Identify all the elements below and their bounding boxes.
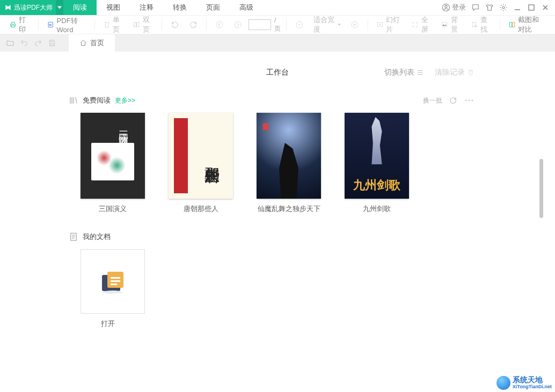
open-document-card[interactable] [81,249,145,314]
skin-icon[interactable] [485,3,494,12]
more-dots-icon[interactable] [464,96,474,105]
prev-page-button[interactable] [212,19,227,31]
separator [38,19,39,30]
redo-button[interactable] [33,39,43,47]
title-bar: 迅读PDF大师 阅读 视图 注释 转换 页面 高级 登录 [0,0,555,15]
refresh-batch-button[interactable]: 换一批 [423,96,442,105]
find-button[interactable]: 查找 [468,13,494,36]
menu-view[interactable]: 视图 [97,0,130,15]
double-page-button[interactable]: 双页 [130,13,156,36]
svg-point-19 [469,100,470,101]
minimize-button[interactable] [513,3,522,12]
menu-read[interactable]: 阅读 [63,0,97,15]
open-folder-button[interactable] [5,39,15,47]
menu-annotate[interactable]: 注释 [130,0,163,15]
my-docs-header: 我的文档 [69,232,534,242]
rotate-cw-button[interactable] [186,19,201,31]
chevron-down-icon [338,23,341,27]
fullscreen-button[interactable]: 全屏 [408,13,435,36]
menu-page[interactable]: 页面 [196,0,230,15]
svg-rect-25 [111,280,120,282]
tab-strip: 首页 [0,34,555,52]
svg-rect-26 [111,284,117,285]
content-area: 工作台 切换列表 清除记录 免费阅读 更多>> 换一批 [0,52,555,392]
books-row: 三國演義 三国演义 唐朝那些人 唐朝那些人 仙魔乱舞之独步天下 仙魔乱舞之独步天… [81,113,534,214]
zoom-in-button[interactable] [347,19,362,31]
trash-icon [467,69,474,76]
open-file-illustration [97,265,129,297]
book-item[interactable]: 仙魔乱舞之独步天下 仙魔乱舞之独步天下 [257,113,321,214]
zoom-mode-select[interactable]: 适合宽度 [310,13,344,36]
screenshot-compare-button[interactable]: 截图和对比 [506,13,549,36]
print-button[interactable]: 打印 [6,13,33,36]
svg-rect-14 [472,22,476,26]
chevron-down-icon [57,5,62,10]
open-label: 打开 [101,319,534,329]
app-brand: 迅读PDF大师 [0,0,56,15]
tab-home[interactable]: 首页 [69,34,115,52]
separator [162,19,162,30]
single-page-button[interactable]: 单页 [100,13,127,36]
pdf-to-word-button[interactable]: PDF转Word [44,14,89,35]
slideshow-button[interactable]: 幻灯片 [374,13,406,36]
save-icon [48,39,56,47]
svg-rect-17 [513,23,515,27]
rotate-cw-icon [189,20,198,29]
settings-gear-icon[interactable] [499,3,508,12]
menu-convert[interactable]: 转换 [163,0,196,15]
watermark: 系统天地 XiTongTianDi.net [493,374,555,392]
book-item[interactable]: 三國演義 三国演义 [81,113,145,214]
next-page-button[interactable] [230,19,245,31]
top-right-actions: 切换列表 清除记录 [384,68,474,77]
maximize-button[interactable] [527,3,536,12]
book-cover: 唐朝那些人 [169,113,233,199]
book-item[interactable]: 唐朝那些人 唐朝那些人 [169,113,233,214]
clear-history-button[interactable]: 清除记录 [435,68,474,77]
scrollbar-thumb[interactable] [539,159,543,218]
login-button[interactable]: 登录 [442,3,466,12]
page-suffix: /页 [274,17,281,33]
feedback-icon[interactable] [471,3,480,12]
app-name: 迅读PDF大师 [14,3,53,12]
chevron-left-icon [215,20,224,29]
svg-point-2 [502,6,505,9]
my-docs-title: 我的文档 [83,232,111,242]
menu-advanced[interactable]: 高级 [230,0,263,15]
svg-rect-24 [111,277,120,279]
separator [368,19,368,30]
single-page-icon [104,20,110,29]
svg-point-18 [465,100,467,101]
printer-icon [10,20,16,29]
user-circle-icon [442,3,450,12]
globe-icon [496,376,510,390]
home-icon [79,39,87,47]
title-right: 登录 [442,3,555,12]
svg-point-20 [471,100,473,101]
switch-list-button[interactable]: 切换列表 [384,68,424,77]
free-read-actions: 换一批 [423,96,474,105]
close-button[interactable] [541,3,550,12]
rotate-ccw-button[interactable] [167,19,182,31]
workbench-tab[interactable]: 工作台 [266,68,289,77]
background-button[interactable]: 背景 [438,13,464,36]
search-doc-icon [471,20,478,29]
svg-rect-7 [137,23,139,27]
chevron-right-icon [233,20,242,29]
refresh-icon[interactable] [449,96,457,105]
book-item[interactable]: 九州剑歌 九州剑歌 [345,113,409,214]
save-button[interactable] [47,39,57,47]
background-icon [441,20,448,29]
book-title: 三国演义 [99,204,127,214]
undo-button[interactable] [19,39,29,47]
app-logo-icon [4,4,12,11]
svg-rect-16 [509,23,512,27]
svg-point-27 [103,291,122,294]
brand-dropdown[interactable] [56,0,63,15]
toolbar: 打印 PDF转Word 单页 双页 /页 适合宽度 幻灯片 全屏 背景 查找 [0,15,555,34]
svg-rect-3 [529,5,534,10]
page-number-input[interactable] [249,19,271,30]
top-links: 工作台 切换列表 清除记录 [21,68,534,77]
zoom-out-button[interactable] [292,19,307,31]
more-link[interactable]: 更多>> [115,96,135,105]
free-read-header: 免费阅读 更多>> 换一批 [69,96,534,105]
